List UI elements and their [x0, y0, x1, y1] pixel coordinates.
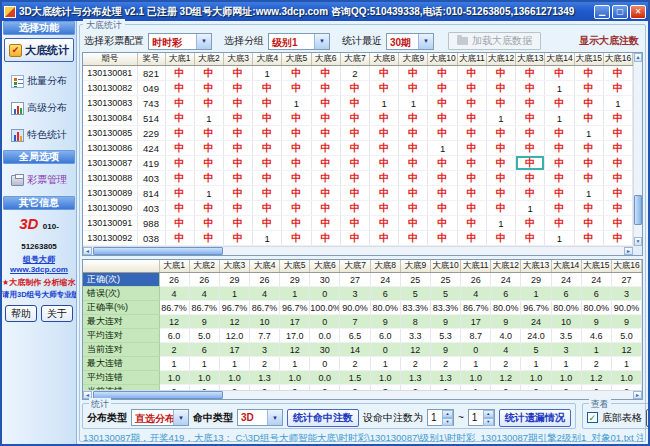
stats-value-cell[interactable]: 1.2 — [491, 371, 521, 385]
result-cell[interactable]: 中 — [253, 126, 282, 141]
stats-value-cell[interactable]: 10 — [249, 315, 279, 329]
stats-value-cell[interactable]: 1.5 — [340, 371, 370, 385]
stats-value-cell[interactable]: 1 — [551, 357, 581, 371]
stats-value-cell[interactable]: 80.0% — [491, 301, 521, 315]
result-cell[interactable]: 中 — [574, 171, 603, 186]
result-cell[interactable]: 中 — [486, 231, 515, 246]
stats-row-label[interactable]: 最大连错 — [83, 357, 159, 371]
result-cell[interactable]: 中 — [340, 216, 369, 231]
stats-value-cell[interactable]: 2 — [340, 357, 370, 371]
stats-value-cell[interactable]: 6 — [370, 287, 400, 301]
horizontal-scrollbar[interactable]: ◄ ► — [83, 390, 642, 399]
stats-value-cell[interactable]: 1 — [280, 357, 310, 371]
stats-value-cell[interactable]: 1 — [521, 287, 551, 301]
stats-value-cell[interactable]: 6.0 — [159, 329, 189, 343]
result-cell[interactable]: 中 — [428, 66, 457, 81]
result-cell[interactable]: 中 — [545, 201, 574, 216]
chevron-down-icon[interactable] — [314, 34, 329, 49]
stats-value-cell[interactable]: 1 — [189, 357, 219, 371]
chevron-down-icon[interactable] — [173, 410, 188, 425]
result-cell[interactable]: 中 — [165, 216, 194, 231]
stats-row-label[interactable]: 最大连对 — [83, 315, 159, 329]
recent-periods-dropdown[interactable]: 30期 — [386, 33, 434, 50]
result-cell[interactable]: 中 — [603, 141, 632, 156]
stats-value-cell[interactable]: 9 — [430, 315, 460, 329]
prize-cell[interactable]: 403 — [137, 171, 165, 186]
result-cell[interactable]: 1 — [486, 111, 515, 126]
stats-value-cell[interactable]: 6.0 — [370, 329, 400, 343]
result-cell[interactable]: 中 — [223, 96, 252, 111]
scroll-right-icon[interactable]: ► — [624, 247, 633, 255]
stats-value-cell[interactable]: 26 — [159, 273, 189, 287]
result-cell[interactable]: 中 — [574, 156, 603, 171]
stats-value-cell[interactable]: 7.7 — [249, 329, 279, 343]
result-cell[interactable]: 中 — [311, 216, 340, 231]
stats-value-cell[interactable]: 2 — [249, 357, 279, 371]
stats-value-cell[interactable]: 5.0 — [611, 329, 641, 343]
view-detail-stats-button[interactable]: 查看详细统计 — [646, 409, 650, 427]
stats-row-label[interactable]: 平均连对 — [83, 329, 159, 343]
result-cell[interactable]: 1 — [194, 111, 223, 126]
result-cell[interactable]: 中 — [486, 66, 515, 81]
horizontal-scrollbar[interactable]: ◄ ► — [83, 246, 633, 255]
stats-value-cell[interactable]: 0 — [310, 315, 340, 329]
stats-value-cell[interactable]: 9 — [491, 315, 521, 329]
scrollbar-thumb[interactable] — [93, 247, 223, 255]
result-cell[interactable]: 中 — [253, 201, 282, 216]
result-cell[interactable]: 中 — [399, 201, 428, 216]
stats-value-cell[interactable]: 1.0 — [280, 371, 310, 385]
result-cell[interactable]: 中 — [340, 231, 369, 246]
result-cell[interactable]: 中 — [399, 111, 428, 126]
stats-value-cell[interactable]: 27 — [611, 273, 641, 287]
stats-value-cell[interactable]: 29 — [219, 273, 249, 287]
spin-down-icon[interactable]: ▼ — [442, 418, 453, 426]
scrollbar-thumb[interactable] — [93, 391, 223, 399]
period-cell[interactable]: 130130081 — [83, 66, 137, 81]
result-cell[interactable]: 中 — [457, 66, 486, 81]
result-cell[interactable]: 中 — [370, 216, 399, 231]
stats-value-cell[interactable]: 24.0 — [521, 329, 551, 343]
result-cell[interactable]: 中 — [603, 81, 632, 96]
minimize-button[interactable]: ▁ — [594, 5, 610, 19]
stats-value-cell[interactable]: 4.0 — [491, 329, 521, 343]
result-cell[interactable]: 中 — [545, 171, 574, 186]
stats-value-cell[interactable]: 1 — [461, 357, 491, 371]
stats-value-cell[interactable]: 5.0 — [189, 329, 219, 343]
stats-value-cell[interactable]: 0.0 — [310, 329, 340, 343]
hit-type-dropdown[interactable]: 3D — [237, 409, 283, 426]
result-cell[interactable]: 中 — [457, 81, 486, 96]
stats-value-cell[interactable]: 24 — [581, 273, 611, 287]
result-cell[interactable]: 中 — [340, 171, 369, 186]
result-cell[interactable]: 1 — [370, 96, 399, 111]
stats-value-cell[interactable]: 86.7% — [249, 301, 279, 315]
stats-value-cell[interactable]: 26 — [461, 273, 491, 287]
stats-value-cell[interactable]: 1 — [219, 287, 249, 301]
result-cell[interactable]: 中 — [282, 216, 311, 231]
stats-value-cell[interactable]: 24 — [521, 315, 551, 329]
stats-row-label[interactable]: 平均连错 — [83, 371, 159, 385]
result-cell[interactable]: 中 — [486, 81, 515, 96]
result-cell[interactable]: 中 — [486, 96, 515, 111]
stats-value-cell[interactable]: 1.0 — [461, 371, 491, 385]
stats-value-cell[interactable]: 4 — [189, 287, 219, 301]
result-cell[interactable]: 中 — [282, 201, 311, 216]
stats-value-cell[interactable]: 1 — [521, 357, 551, 371]
stats-value-cell[interactable]: 83.3% — [430, 301, 460, 315]
result-cell[interactable]: 中 — [370, 66, 399, 81]
stats-value-cell[interactable]: 8.7 — [461, 329, 491, 343]
count-misses-button[interactable]: 统计遗漏情况 — [499, 409, 571, 427]
stats-value-cell[interactable]: 17 — [461, 315, 491, 329]
stats-value-cell[interactable]: 1 — [370, 357, 400, 371]
result-cell[interactable]: 中 — [603, 231, 632, 246]
stats-value-cell[interactable]: 6.5 — [340, 329, 370, 343]
result-cell[interactable]: 中 — [282, 81, 311, 96]
prize-cell[interactable]: 403 — [137, 201, 165, 216]
bottom-table-checkbox[interactable]: ✓ — [587, 412, 598, 423]
result-cell[interactable]: 中 — [165, 96, 194, 111]
result-cell[interactable]: 中 — [340, 126, 369, 141]
result-cell[interactable]: 1 — [486, 216, 515, 231]
result-cell[interactable]: 中 — [574, 111, 603, 126]
period-cell[interactable]: 130130082 — [83, 81, 137, 96]
stats-value-cell[interactable]: 4 — [249, 287, 279, 301]
result-cell[interactable]: 1 — [545, 81, 574, 96]
